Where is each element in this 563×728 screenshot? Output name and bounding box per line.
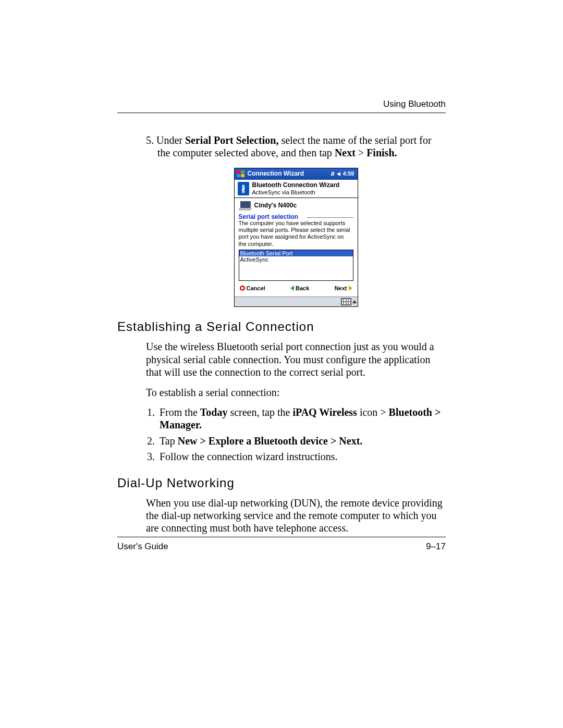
windows-flag-icon	[236, 169, 246, 179]
arrow-up-icon[interactable]	[352, 300, 357, 303]
keyboard-icon[interactable]	[341, 298, 351, 305]
body-block: 5. Under Serial Port Selection, select t…	[146, 134, 446, 307]
list-item[interactable]: ActiveSync	[239, 256, 353, 263]
ordered-list: From the Today screen, tap the iPAQ Wire…	[146, 406, 446, 463]
device-screenshot-wrap: Connection Wizard ⇵ 4:59 ∦ Bluetooth Con…	[146, 168, 446, 307]
content-area: Using Bluetooth 5. Under Serial Port Sel…	[117, 99, 446, 542]
list-item: Tap New > Explore a Bluetooth device > N…	[157, 435, 446, 447]
heading-dialup: Dial-Up Networking	[117, 476, 446, 490]
page: Using Bluetooth 5. Under Serial Port Sel…	[0, 0, 563, 728]
next-button[interactable]: Next	[335, 285, 352, 292]
back-icon	[290, 286, 294, 291]
wizard-subtitle: ActiveSync via Bluetooth	[252, 189, 340, 196]
device-screenshot: Connection Wizard ⇵ 4:59 ∦ Bluetooth Con…	[234, 168, 358, 307]
back-button[interactable]: Back	[290, 285, 309, 292]
paragraph: To establish a serial connection:	[146, 386, 446, 399]
fieldset-description: The computer you have selected supports …	[239, 220, 353, 248]
selected-computer: Cindy's N400c	[239, 201, 353, 211]
bold: Serial Port Selection,	[185, 134, 278, 146]
list-item[interactable]: Bluetooth Serial Port	[239, 250, 353, 257]
laptop-icon	[239, 201, 251, 211]
wizard-header: ∦ Bluetooth Connection Wizard ActiveSync…	[235, 180, 358, 198]
list-item: Follow the connection wizard instruction…	[157, 450, 446, 463]
cancel-icon	[240, 286, 245, 291]
bold: Next	[335, 147, 356, 158]
footer-rule	[117, 537, 446, 537]
wizard-buttons: Cancel Back Next	[239, 281, 353, 295]
bluetooth-icon: ∦	[238, 182, 249, 195]
clock: 4:59	[342, 170, 354, 177]
header-rule	[117, 113, 446, 113]
sip-bar	[235, 297, 358, 306]
footer: User's Guide 9–17	[117, 537, 446, 552]
connectivity-icon: ⇵	[331, 171, 335, 177]
cancel-button[interactable]: Cancel	[240, 285, 265, 292]
list-item: From the Today screen, tap the iPAQ Wire…	[157, 406, 446, 431]
fieldset-label: Serial port selection	[239, 214, 353, 221]
text: Under	[156, 134, 185, 146]
text: >	[356, 147, 366, 158]
paragraph: Use the wireless Bluetooth serial port c…	[146, 340, 446, 378]
computer-name: Cindy's N400c	[254, 202, 297, 209]
next-icon	[349, 286, 352, 291]
heading-establishing: Establishing a Serial Connection	[117, 319, 446, 334]
serial-port-listbox[interactable]: Bluetooth Serial Port ActiveSync	[239, 250, 353, 281]
footer-left: User's Guide	[117, 541, 168, 552]
wizard-title: Bluetooth Connection Wizard	[252, 182, 340, 189]
titlebar-tray: ⇵ 4:59	[331, 170, 357, 177]
speaker-icon	[337, 172, 340, 176]
bold: Finish.	[366, 147, 397, 158]
body-block: When you use dial-up networking (DUN), t…	[146, 497, 446, 535]
footer-right: 9–17	[426, 541, 446, 552]
section-header: Using Bluetooth	[117, 99, 446, 109]
paragraph: When you use dial-up networking (DUN), t…	[146, 497, 446, 535]
titlebar-text: Connection Wizard	[248, 170, 304, 178]
wizard-body: Cindy's N400c Serial port selection The …	[235, 198, 358, 297]
step-5: 5. Under Serial Port Selection, select t…	[146, 134, 446, 159]
step-num: 5.	[146, 134, 154, 146]
body-block: Use the wireless Bluetooth serial port c…	[146, 340, 446, 463]
device-titlebar: Connection Wizard ⇵ 4:59	[235, 168, 358, 180]
